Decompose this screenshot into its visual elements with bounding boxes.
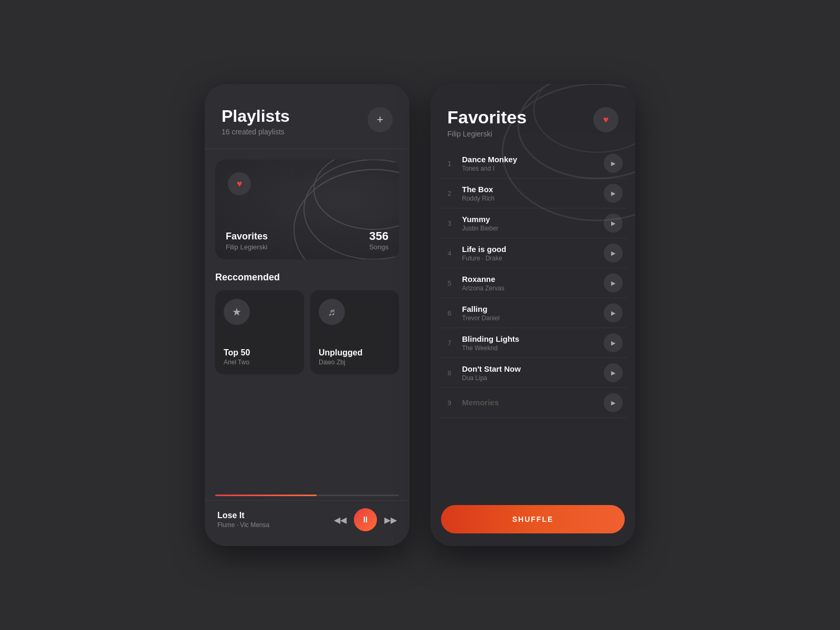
song-item-8: 8 Don't Start Now Dua Lipa ▶ [439, 358, 627, 388]
play-button-9[interactable]: ▶ [604, 393, 623, 412]
playlists-header: Playlists 16 created playlists + [205, 84, 410, 149]
heart-icon: ♥ [603, 114, 609, 125]
rec-card-unplugged[interactable]: ♬ Unplugged Dawo Zbj [310, 290, 399, 374]
song-item-6: 6 Falling Trevor Daniel ▶ [439, 298, 627, 328]
song-info-5: Roxanne Arizona Zervas [462, 275, 597, 292]
prev-button[interactable]: ◀◀ [334, 515, 346, 525]
song-artist-2: Roddy Rich [462, 195, 597, 202]
recommended-grid: ★ Top 50 Ariel Two ♬ Unplugged Dawo Zbj [215, 290, 399, 374]
favorites-card-bottom: Favorites Filip Legierski 356 Songs [215, 221, 399, 259]
rec-card-owner-top50: Ariel Two [224, 359, 296, 366]
song-num-8: 8 [443, 369, 456, 377]
song-info-9: Memories [462, 398, 597, 408]
song-title-7: Blinding Lights [462, 334, 597, 343]
heart-icon: ♥ [237, 178, 243, 190]
song-info-2: The Box Roddy Rich [462, 185, 597, 202]
song-title-5: Roxanne [462, 275, 597, 284]
play-button-5[interactable]: ▶ [604, 274, 623, 292]
play-button-3[interactable]: ▶ [604, 214, 623, 233]
playlists-title-group: Playlists 16 created playlists [222, 107, 290, 136]
play-button-1[interactable]: ▶ [604, 154, 623, 173]
song-title-4: Life is good [462, 245, 597, 254]
song-title-9: Memories [462, 398, 597, 407]
song-artist-8: Dua Lipa [462, 374, 597, 382]
playlists-subtitle: 16 created playlists [222, 128, 290, 136]
song-item-2: 2 The Box Roddy Rich ▶ [439, 178, 627, 208]
favorites-header: Favorites Filip Legierski ♥ [430, 84, 635, 149]
progress-bar-track[interactable] [215, 495, 399, 496]
card-name: Favorites [226, 231, 268, 242]
song-num-9: 9 [443, 399, 456, 407]
song-artist-4: Future · Drake [462, 255, 597, 262]
song-list: 1 Dance Monkey Tones and I ▶ 2 The Box R… [430, 149, 635, 499]
song-num-6: 6 [443, 309, 456, 317]
now-playing-artist: Flume · Vic Mensa [217, 521, 269, 529]
song-artist-5: Arizona Zervas [462, 285, 597, 292]
song-num-2: 2 [443, 190, 456, 197]
play-button-4[interactable]: ▶ [604, 244, 623, 262]
recommended-section: Reccomended ★ Top 50 Ariel Two ♬ Unplugg… [205, 270, 410, 495]
song-info-3: Yummy Justin Bieber [462, 215, 597, 232]
song-item-4: 4 Life is good Future · Drake ▶ [439, 238, 627, 268]
pause-button[interactable]: ⏸ [354, 508, 377, 531]
song-title-1: Dance Monkey [462, 155, 597, 164]
play-button-2[interactable]: ▶ [604, 184, 623, 203]
song-title-6: Falling [462, 304, 597, 313]
now-playing-title: Lose It [217, 511, 269, 520]
progress-bar-section[interactable] [205, 495, 410, 500]
song-info-8: Don't Start Now Dua Lipa [462, 364, 597, 382]
song-item-9: 9 Memories ▶ [439, 388, 627, 418]
song-title-2: The Box [462, 185, 597, 194]
song-artist-7: The Weeknd [462, 344, 597, 352]
card-count: 356 Songs [369, 229, 388, 251]
favorites-owner: Filip Legierski [447, 130, 527, 138]
play-button-6[interactable]: ▶ [604, 303, 623, 322]
rec-card-owner-unplugged: Dawo Zbj [319, 359, 391, 366]
favorites-card[interactable]: ♥ Favorites Filip Legierski 356 Songs [215, 160, 399, 259]
shuffle-button[interactable]: SHUFFLE [441, 505, 625, 533]
card-count-label: Songs [369, 243, 388, 251]
song-artist-1: Tones and I [462, 165, 597, 172]
card-count-num: 356 [369, 229, 388, 243]
song-num-5: 5 [443, 279, 456, 287]
card-heart-icon-wrap: ♥ [228, 172, 251, 195]
song-num-4: 4 [443, 249, 456, 257]
rec-card-info-top50: Top 50 Ariel Two [224, 348, 296, 366]
guitar-icon: ♬ [319, 299, 345, 325]
play-button-8[interactable]: ▶ [604, 363, 623, 382]
rec-card-info-unplugged: Unplugged Dawo Zbj [319, 348, 391, 366]
card-info: Favorites Filip Legierski [226, 231, 268, 251]
phone-left: Playlists 16 created playlists + ♥ Favor… [205, 84, 410, 546]
song-item-1: 1 Dance Monkey Tones and I ▶ [439, 149, 627, 178]
favorites-heart-button[interactable]: ♥ [593, 107, 618, 132]
favorites-title: Favorites [447, 107, 527, 128]
add-playlist-button[interactable]: + [368, 107, 393, 132]
progress-bar-fill [215, 495, 317, 496]
song-item-3: 3 Yummy Justin Bieber ▶ [439, 208, 627, 238]
next-button[interactable]: ▶▶ [384, 515, 397, 525]
now-playing-info: Lose It Flume · Vic Mensa [217, 511, 269, 529]
playlists-title: Playlists [222, 107, 290, 125]
song-info-6: Falling Trevor Daniel [462, 304, 597, 322]
song-item-5: 5 Roxanne Arizona Zervas ▶ [439, 268, 627, 298]
song-item-7: 7 Blinding Lights The Weeknd ▶ [439, 328, 627, 358]
song-title-8: Don't Start Now [462, 364, 597, 373]
song-info-1: Dance Monkey Tones and I [462, 155, 597, 172]
song-info-7: Blinding Lights The Weeknd [462, 334, 597, 352]
card-owner: Filip Legierski [226, 243, 268, 251]
shuffle-section: SHUFFLE [430, 499, 635, 546]
favorites-title-group: Favorites Filip Legierski [447, 107, 527, 138]
screens-container: Playlists 16 created playlists + ♥ Favor… [205, 84, 635, 546]
play-button-7[interactable]: ▶ [604, 333, 623, 352]
song-info-4: Life is good Future · Drake [462, 245, 597, 262]
phone-right: Favorites Filip Legierski ♥ 1 Dance Monk… [430, 84, 635, 546]
song-num-7: 7 [443, 339, 456, 347]
player-controls: ◀◀ ⏸ ▶▶ [334, 508, 397, 531]
star-icon: ★ [224, 299, 250, 325]
rec-card-top50[interactable]: ★ Top 50 Ariel Two [215, 290, 304, 374]
now-playing-bar: Lose It Flume · Vic Mensa ◀◀ ⏸ ▶▶ [205, 500, 410, 546]
song-artist-6: Trevor Daniel [462, 314, 597, 322]
recommended-title: Reccomended [215, 272, 399, 283]
rec-card-name-unplugged: Unplugged [319, 348, 391, 358]
song-title-3: Yummy [462, 215, 597, 224]
